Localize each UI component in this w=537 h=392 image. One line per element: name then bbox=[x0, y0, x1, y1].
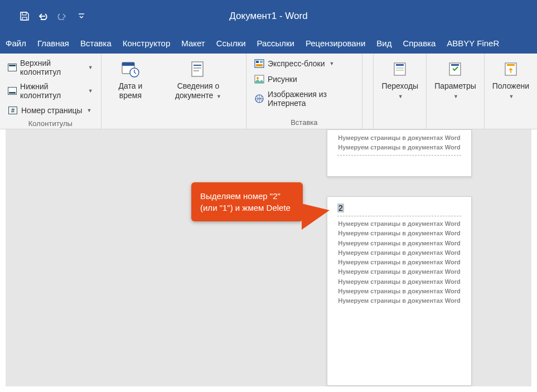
position-button[interactable]: Положени▼ bbox=[489, 57, 533, 103]
callout-text: Выделяем номер "2" (или "1") и жмем Dele… bbox=[200, 191, 291, 212]
body-line: Нумеруем страницы в документах Word bbox=[337, 143, 461, 151]
quick-parts-icon bbox=[254, 59, 264, 69]
position-icon bbox=[501, 59, 521, 79]
body-line: Нумеруем страницы в документах Word bbox=[337, 229, 461, 237]
tab-home[interactable]: Главная bbox=[32, 32, 75, 54]
header-icon bbox=[8, 62, 17, 72]
svg-rect-11 bbox=[260, 61, 263, 63]
svg-rect-6 bbox=[193, 65, 201, 66]
tab-view[interactable]: Вид bbox=[371, 32, 397, 54]
qat-customize-button[interactable] bbox=[74, 8, 89, 24]
document-info-label: Сведения о документе ▼ bbox=[158, 81, 238, 100]
svg-rect-8 bbox=[193, 70, 199, 71]
tab-mailings[interactable]: Рассылки bbox=[251, 32, 300, 54]
tab-help[interactable]: Справка bbox=[398, 32, 442, 54]
body-line: Нумеруем страницы в документах Word bbox=[337, 220, 461, 228]
ribbon-tabs: Файл Главная Вставка Конструктор Макет С… bbox=[0, 32, 537, 54]
tab-references[interactable]: Ссылки bbox=[211, 32, 251, 54]
chevron-down-icon: ▼ bbox=[330, 61, 335, 66]
ribbon-group-navigation: Переходы▼ bbox=[374, 54, 427, 129]
body-line: Нумеруем страницы в документах Word bbox=[337, 287, 461, 295]
group-label-pos bbox=[489, 118, 533, 127]
quick-parts-label: Экспресс-блоки bbox=[268, 59, 325, 68]
ribbon-group-datetime: Дата и время Сведения о документе ▼ bbox=[101, 54, 246, 129]
page-number-button[interactable]: # Номер страницы ▼ bbox=[4, 104, 96, 117]
svg-rect-17 bbox=[396, 64, 404, 66]
ribbon-group-insert: Экспресс-блоки ▼ Рисунки Изображения из … bbox=[246, 54, 362, 129]
group-label-nav bbox=[378, 118, 422, 127]
options-icon bbox=[445, 59, 465, 79]
ribbon-group-headers-footers: Верхний колонтитул ▼ Нижний колонтитул ▼… bbox=[0, 54, 101, 129]
undo-button[interactable] bbox=[36, 8, 51, 24]
svg-rect-10 bbox=[256, 61, 259, 63]
quick-parts-button[interactable]: Экспресс-блоки ▼ bbox=[251, 57, 357, 70]
save-button[interactable] bbox=[17, 8, 32, 24]
page1-footer-line bbox=[337, 155, 461, 159]
body-line: Нумеруем страницы в документах Word bbox=[337, 297, 461, 304]
document-info-button[interactable]: Сведения о документе ▼ bbox=[155, 57, 241, 103]
tab-abbyy[interactable]: ABBYY FineR bbox=[441, 32, 505, 54]
group-label-headers: Колонтитулы bbox=[4, 119, 96, 128]
navigation-icon bbox=[390, 59, 410, 79]
document-info-icon bbox=[188, 59, 208, 79]
tab-insert[interactable]: Вставка bbox=[75, 32, 117, 54]
svg-rect-21 bbox=[451, 64, 459, 66]
svg-point-14 bbox=[257, 77, 259, 79]
chevron-down-icon: ▼ bbox=[87, 108, 92, 113]
group-label-insert: Вставка bbox=[251, 118, 357, 127]
titlebar: Документ1 - Word bbox=[0, 0, 537, 32]
header-button[interactable]: Верхний колонтитул ▼ bbox=[4, 57, 96, 78]
tab-file[interactable]: Файл bbox=[0, 32, 32, 54]
globe-picture-icon bbox=[254, 94, 264, 104]
document-workspace[interactable]: Нумеруем страницы в документах Word Нуме… bbox=[6, 129, 531, 386]
svg-rect-3 bbox=[122, 62, 134, 66]
page2-body: Нумеруем страницы в документах Word Нуме… bbox=[337, 220, 461, 305]
online-pictures-label: Изображения из Интернета bbox=[268, 90, 354, 108]
page2-header[interactable]: 2 bbox=[337, 204, 461, 216]
page1-body: Нумеруем страницы в документах Word Нуме… bbox=[337, 134, 461, 152]
svg-rect-5 bbox=[192, 62, 203, 76]
callout-arrow bbox=[302, 204, 330, 230]
tab-layout[interactable]: Макет bbox=[176, 32, 210, 54]
ribbon: Верхний колонтитул ▼ Нижний колонтитул ▼… bbox=[0, 54, 537, 129]
document-page-2: 2 Нумеруем страницы в документах Word Ну… bbox=[327, 196, 472, 386]
header-label: Верхний колонтитул bbox=[20, 59, 84, 76]
page-number-field[interactable]: 2 bbox=[337, 204, 344, 212]
ribbon-spacer bbox=[362, 54, 374, 129]
calendar-clock-icon bbox=[120, 59, 141, 79]
svg-rect-7 bbox=[193, 67, 201, 69]
body-line: Нумеруем страницы в документах Word bbox=[337, 249, 461, 257]
window-title: Документ1 - Word bbox=[229, 11, 307, 22]
options-button[interactable]: Параметры▼ bbox=[431, 57, 480, 103]
footer-label: Нижний колонтитул bbox=[20, 82, 84, 100]
page-number-icon: # bbox=[8, 105, 18, 115]
footer-icon bbox=[8, 86, 17, 96]
options-label: Параметры▼ bbox=[434, 81, 476, 100]
svg-rect-18 bbox=[396, 67, 404, 69]
group-label-empty bbox=[106, 118, 241, 127]
chevron-down-icon: ▼ bbox=[88, 88, 93, 94]
redo-button[interactable] bbox=[55, 8, 70, 24]
position-label: Положени▼ bbox=[492, 81, 529, 100]
navigation-button[interactable]: Переходы▼ bbox=[378, 57, 422, 103]
annotation-callout: Выделяем номер "2" (или "1") и жмем Dele… bbox=[191, 182, 303, 221]
svg-rect-23 bbox=[507, 64, 515, 66]
tab-review[interactable]: Рецензировани bbox=[300, 32, 371, 54]
page-number-label: Номер страницы bbox=[21, 106, 83, 115]
body-line: Нумеруем страницы в документах Word bbox=[337, 278, 461, 285]
body-line: Нумеруем страницы в документах Word bbox=[337, 134, 461, 142]
tab-design[interactable]: Конструктор bbox=[117, 32, 176, 54]
ribbon-group-position: Положени▼ bbox=[485, 54, 537, 129]
group-label-opts bbox=[431, 118, 480, 127]
picture-icon bbox=[254, 74, 264, 84]
quick-access-toolbar bbox=[0, 8, 89, 24]
online-pictures-button[interactable]: Изображения из Интернета bbox=[251, 88, 357, 109]
body-line: Нумеруем страницы в документах Word bbox=[337, 268, 461, 275]
svg-rect-12 bbox=[256, 64, 263, 66]
document-page-1: Нумеруем страницы в документах Word Нуме… bbox=[327, 129, 472, 177]
date-time-label: Дата и время bbox=[109, 81, 152, 100]
footer-button[interactable]: Нижний колонтитул ▼ bbox=[4, 80, 96, 101]
date-time-button[interactable]: Дата и время bbox=[106, 57, 155, 103]
pictures-button[interactable]: Рисунки bbox=[251, 72, 357, 86]
pictures-label: Рисунки bbox=[268, 75, 297, 84]
